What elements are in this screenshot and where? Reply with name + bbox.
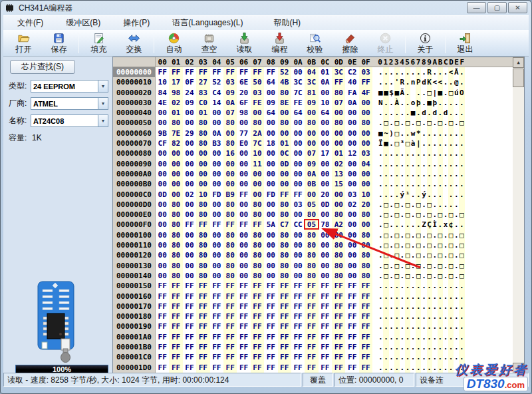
ascii-char-cell[interactable]: . bbox=[438, 200, 443, 210]
ascii-char-cell[interactable]: | bbox=[416, 138, 421, 148]
ascii-char-cell[interactable]: . bbox=[389, 148, 394, 158]
ascii-char-cell[interactable]: ■ bbox=[383, 138, 388, 148]
ascii-char-cell[interactable]: ~ bbox=[383, 128, 388, 138]
hex-byte-cell[interactable]: 00 bbox=[210, 210, 223, 220]
hex-byte-cell[interactable]: 00 bbox=[332, 138, 345, 148]
ascii-char-cell[interactable]: . bbox=[438, 190, 443, 200]
ascii-char-cell[interactable]: à bbox=[410, 138, 416, 148]
hex-byte-cell[interactable]: FF bbox=[319, 292, 332, 301]
hex-byte-cell[interactable]: 80 bbox=[196, 250, 209, 260]
hex-byte-cell[interactable]: FF bbox=[305, 321, 318, 331]
ascii-char-cell[interactable]: . bbox=[454, 118, 459, 128]
ascii-char-cell[interactable]: . bbox=[438, 128, 443, 138]
ascii-char-cell[interactable]: □ bbox=[405, 271, 410, 281]
ascii-char-cell[interactable]: . bbox=[448, 363, 454, 373]
hex-byte-cell[interactable]: 40 bbox=[345, 77, 358, 87]
hex-byte-cell[interactable]: FF bbox=[156, 342, 169, 352]
hex-byte-cell[interactable]: 80 bbox=[196, 200, 209, 210]
ascii-char-cell[interactable]: . bbox=[443, 98, 448, 108]
hex-byte-cell[interactable]: 20 bbox=[237, 88, 250, 98]
hex-byte-cell[interactable]: 0A bbox=[223, 98, 237, 108]
ascii-char-cell[interactable]: . bbox=[421, 179, 426, 189]
hex-byte-cell[interactable]: 80 bbox=[305, 210, 318, 220]
ascii-char-cell[interactable]: . bbox=[454, 311, 459, 321]
hex-byte-cell[interactable]: CC bbox=[291, 220, 305, 230]
hex-byte-cell[interactable]: 00 bbox=[264, 159, 277, 169]
ascii-char-cell[interactable]: . bbox=[448, 98, 454, 108]
hex-byte-cell[interactable]: 64 bbox=[291, 108, 305, 118]
ascii-char-cell[interactable]: . bbox=[448, 332, 454, 342]
hex-byte-cell[interactable]: 00 bbox=[237, 210, 250, 220]
ascii-char-cell[interactable]: □ bbox=[416, 240, 421, 250]
ascii-char-cell[interactable]: □ bbox=[405, 118, 410, 128]
hex-byte-cell[interactable]: FF bbox=[169, 352, 182, 362]
ascii-char-cell[interactable]: . bbox=[383, 332, 388, 342]
hex-byte-cell[interactable]: 00 bbox=[156, 220, 169, 230]
hex-byte-cell[interactable]: 80 bbox=[278, 88, 291, 98]
ascii-char-cell[interactable]: □ bbox=[416, 210, 421, 220]
hex-byte-cell[interactable]: 00 bbox=[319, 118, 332, 128]
hex-byte-cell[interactable]: 03 bbox=[359, 67, 372, 77]
hex-byte-cell[interactable]: FF bbox=[169, 281, 182, 291]
hex-byte-cell[interactable]: FF bbox=[196, 281, 209, 291]
ascii-char-cell[interactable]: . bbox=[459, 179, 464, 189]
hex-byte-cell[interactable]: 00 bbox=[319, 271, 332, 281]
ascii-char-cell[interactable]: N bbox=[378, 98, 383, 108]
ascii-char-cell[interactable]: . bbox=[378, 281, 383, 291]
hex-byte-cell[interactable]: FF bbox=[264, 332, 277, 342]
ascii-char-cell[interactable]: . bbox=[454, 240, 459, 250]
hex-byte-cell[interactable]: 00 bbox=[196, 179, 209, 189]
hex-byte-cell[interactable]: 00 bbox=[169, 148, 182, 158]
ascii-char-cell[interactable]: . bbox=[400, 169, 405, 179]
hex-byte-cell[interactable]: FF bbox=[169, 292, 182, 301]
hex-byte-cell[interactable]: 50 bbox=[251, 77, 264, 87]
ascii-char-cell[interactable]: □ bbox=[438, 118, 443, 128]
ascii-char-cell[interactable]: . bbox=[421, 118, 426, 128]
ascii-char-cell[interactable]: . bbox=[432, 311, 438, 321]
ascii-char-cell[interactable]: . bbox=[416, 352, 421, 362]
hex-byte-cell[interactable]: FF bbox=[264, 352, 277, 362]
ascii-char-cell[interactable]: . bbox=[421, 342, 426, 352]
ascii-char-cell[interactable]: . bbox=[378, 200, 383, 210]
hex-byte-cell[interactable]: 00 bbox=[264, 179, 277, 189]
hex-byte-cell[interactable]: 80 bbox=[332, 261, 345, 271]
ascii-char-cell[interactable]: . bbox=[383, 169, 388, 179]
hex-byte-cell[interactable]: FF bbox=[251, 321, 264, 331]
hex-byte-cell[interactable]: 00 bbox=[183, 179, 196, 189]
hex-byte-cell[interactable]: 10 bbox=[319, 98, 332, 108]
ascii-char-cell[interactable]: . bbox=[454, 138, 459, 148]
hex-byte-cell[interactable]: 00 bbox=[359, 128, 372, 138]
ascii-char-cell[interactable]: . bbox=[416, 148, 421, 158]
blank-button[interactable]: 查空 bbox=[192, 31, 227, 56]
hex-byte-cell[interactable]: 00 bbox=[291, 271, 305, 281]
hex-byte-cell[interactable]: FF bbox=[291, 342, 305, 352]
hex-byte-cell[interactable]: FF bbox=[278, 342, 291, 352]
ascii-char-cell[interactable]: ) bbox=[389, 128, 394, 138]
ascii-char-cell[interactable]: . bbox=[400, 292, 405, 301]
ascii-char-cell[interactable]: . bbox=[438, 138, 443, 148]
ascii-char-cell[interactable]: . bbox=[410, 148, 416, 158]
hex-byte-cell[interactable]: FF bbox=[332, 332, 345, 342]
ascii-char-cell[interactable]: . bbox=[383, 292, 388, 301]
hex-byte-cell[interactable]: 13 bbox=[332, 169, 345, 179]
ascii-char-cell[interactable]: . bbox=[421, 321, 426, 331]
hex-byte-cell[interactable]: FF bbox=[223, 281, 237, 291]
hex-byte-cell[interactable]: B3 bbox=[210, 138, 223, 148]
hex-byte-cell[interactable]: FF bbox=[156, 332, 169, 342]
hex-byte-cell[interactable]: FF bbox=[305, 352, 318, 362]
hex-byte-cell[interactable]: 00 bbox=[210, 271, 223, 281]
ascii-char-cell[interactable]: . bbox=[421, 67, 426, 77]
hex-byte-cell[interactable]: 03 bbox=[251, 88, 264, 98]
ascii-char-cell[interactable]: . bbox=[394, 108, 400, 118]
ascii-char-cell[interactable]: . bbox=[405, 332, 410, 342]
hex-byte-cell[interactable]: 00 bbox=[319, 138, 332, 148]
hex-byte-cell[interactable]: 80 bbox=[169, 210, 182, 220]
ascii-char-cell[interactable]: □ bbox=[383, 230, 388, 240]
ascii-char-cell[interactable]: . bbox=[459, 281, 464, 291]
hex-byte-cell[interactable]: E0 bbox=[237, 138, 250, 148]
ascii-char-cell[interactable]: . bbox=[443, 292, 448, 301]
hex-byte-cell[interactable]: 00 bbox=[319, 169, 332, 179]
ascii-char-cell[interactable]: . bbox=[378, 363, 383, 373]
hex-byte-cell[interactable]: FF bbox=[359, 281, 372, 291]
ascii-char-cell[interactable]: . bbox=[427, 292, 432, 301]
